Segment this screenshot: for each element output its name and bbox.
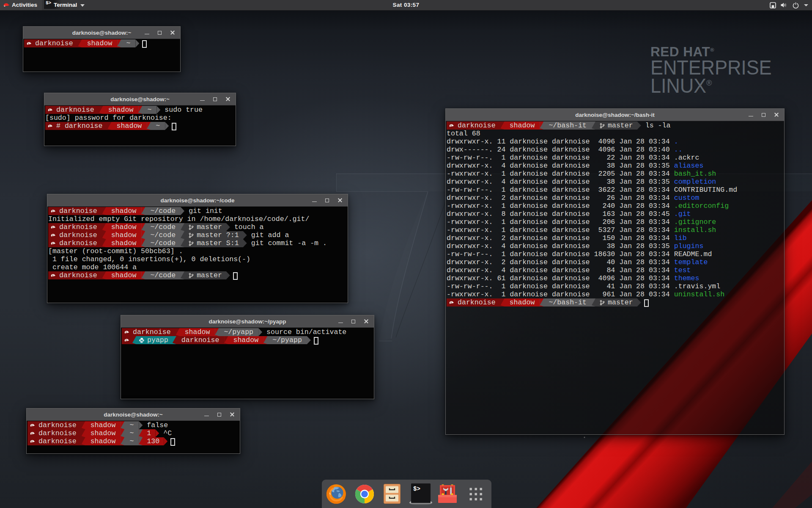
svg-text:$>: $> xyxy=(413,486,420,492)
